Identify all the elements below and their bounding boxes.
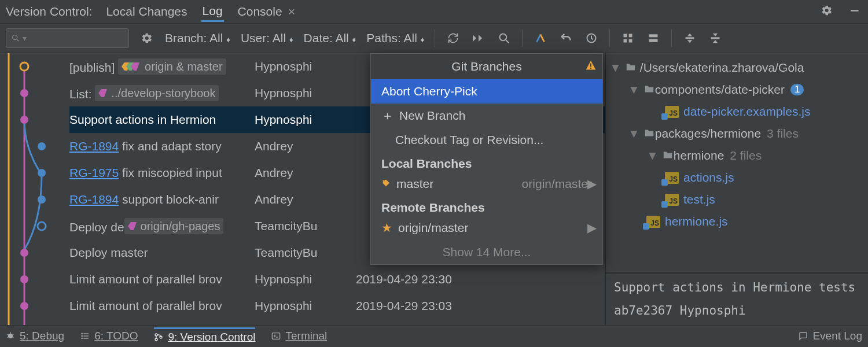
- commit-message: Support actions in Hermion: [69, 113, 255, 127]
- tree-node[interactable]: ▼ components/date-picker1: [606, 79, 868, 101]
- tree-label: actions.js: [683, 171, 734, 184]
- popup-section-remote: Remote Branches: [371, 196, 602, 216]
- commit-author: Hypnosphi: [255, 299, 356, 313]
- tab-local-changes[interactable]: Local Changes: [105, 2, 188, 21]
- commit-date: 2019-04-29 23:03: [356, 299, 452, 313]
- popup-item-abort-cherry-pick[interactable]: Abort Cherry-Pick: [371, 79, 602, 104]
- svg-rect-8: [624, 34, 627, 38]
- tree-node[interactable]: JStest.js: [606, 189, 868, 211]
- svg-point-35: [8, 334, 13, 338]
- tree-node[interactable]: ▼ hermione2 files: [606, 145, 868, 167]
- commit-message: Limit amount of parallel brov: [69, 272, 255, 286]
- svg-line-2: [17, 39, 19, 41]
- layout-icon[interactable]: [646, 32, 661, 44]
- statusbar-tab-terminal[interactable]: Terminal: [271, 330, 327, 342]
- svg-point-46: [82, 338, 82, 338]
- statusbar-tab-vcs[interactable]: 9: Version Control: [154, 327, 255, 344]
- log-toolbar: ▾ Branch: All ♦ User: All ♦ Date: All ♦ …: [0, 24, 868, 53]
- statusbar-tab-todo[interactable]: 6: TODO: [80, 330, 138, 342]
- popup-remote-origin-master[interactable]: ★ origin/master ▶: [371, 216, 602, 240]
- grid-icon[interactable]: [620, 32, 635, 44]
- js-file-icon: JS: [665, 106, 679, 118]
- svg-rect-0: [851, 10, 858, 12]
- chevron-down-icon: ▼: [609, 61, 621, 75]
- changes-panel: ▼ /Users/ekaterina.zharova/Gola ▼ compon…: [605, 53, 868, 325]
- tree-node[interactable]: ▼ packages/hermione3 files: [606, 123, 868, 145]
- folder-icon: [625, 61, 637, 75]
- svg-point-29: [20, 249, 28, 257]
- js-file-icon: JS: [665, 172, 679, 184]
- branch-tag[interactable]: ../develop-storybook: [95, 85, 219, 101]
- popup-local-master[interactable]: master origin/master ▶: [371, 172, 602, 196]
- commit-row[interactable]: Limit amount of parallel brovHypnosphi20…: [69, 266, 605, 293]
- expand-icon[interactable]: [682, 32, 697, 44]
- branch-tag[interactable]: origin & master: [118, 58, 226, 75]
- search-icon[interactable]: [496, 32, 512, 44]
- js-file-icon: JS: [665, 194, 679, 206]
- commit-log-panel: [publish] origin & master HypnosphiList:…: [0, 53, 605, 325]
- tree-label: packages/hermione: [655, 127, 761, 141]
- svg-rect-33: [590, 63, 591, 67]
- undo-icon[interactable]: [558, 32, 573, 45]
- search-input[interactable]: ▾: [6, 28, 129, 48]
- gear-icon[interactable]: [139, 32, 155, 44]
- filter-branch[interactable]: Branch: All ♦: [165, 31, 230, 45]
- chevron-right-icon: ▶: [587, 221, 597, 235]
- svg-rect-10: [624, 39, 627, 43]
- folder-icon: [643, 83, 655, 97]
- svg-point-44: [82, 333, 82, 334]
- statusbar-event-log[interactable]: Event Log: [799, 330, 862, 342]
- commit-row[interactable]: Limit amount of parallel brovHypnosphi20…: [69, 293, 605, 319]
- issue-link[interactable]: RG-1894: [69, 193, 119, 206]
- commit-message: RG-1894 fix and adapt story: [69, 139, 255, 153]
- issue-link[interactable]: RG-1894: [69, 139, 119, 153]
- tree-root[interactable]: ▼ /Users/ekaterina.zharova/Gola: [606, 57, 868, 79]
- svg-marker-16: [687, 40, 692, 43]
- svg-rect-14: [686, 37, 694, 39]
- change-count-badge: 1: [790, 84, 804, 95]
- popup-section-local: Local Branches: [371, 152, 602, 172]
- svg-point-5: [500, 34, 507, 41]
- svg-rect-17: [711, 37, 720, 39]
- svg-marker-4: [479, 35, 482, 42]
- popup-show-more[interactable]: Show 14 More...: [371, 240, 602, 264]
- popup-item-new-branch[interactable]: ＋ New Branch: [371, 104, 602, 128]
- tree-node[interactable]: JShermione.js: [606, 211, 868, 232]
- statusbar-tab-debug[interactable]: 5: Debug: [6, 330, 64, 342]
- tab-console[interactable]: Console: [237, 2, 284, 21]
- commit-author: TeamcityBu: [255, 246, 356, 260]
- commit-author: Hypnosphi: [255, 272, 356, 286]
- main-area: [publish] origin & master HypnosphiList:…: [0, 53, 868, 325]
- issue-link[interactable]: RG-1975: [69, 166, 119, 179]
- intellisort-icon[interactable]: [533, 32, 548, 45]
- refresh-icon[interactable]: [446, 32, 461, 44]
- more-icon[interactable]: [471, 35, 486, 42]
- commit-detail: Support actions in Hermione tests ab7e23…: [606, 272, 868, 325]
- gear-icon[interactable]: [819, 5, 834, 19]
- commit-graph: [0, 53, 69, 325]
- branch-tag[interactable]: origin/gh-pages: [124, 218, 224, 234]
- chevron-down-icon: ▼: [628, 83, 640, 97]
- tab-log[interactable]: Log: [201, 2, 224, 22]
- tree-node[interactable]: JSactions.js: [606, 167, 868, 189]
- commit-message: RG-1975 fix miscopied input: [69, 166, 255, 180]
- tree-label: components/date-picker: [655, 83, 785, 97]
- commit-detail-meta: ab7e2367 Hypnosphi: [614, 302, 860, 319]
- folder-icon: [643, 127, 655, 141]
- commit-author: Hypnosphi: [255, 113, 356, 127]
- git-branches-popup: Git Branches Abort Cherry-Pick ＋ New Bra…: [370, 53, 603, 265]
- svg-point-28: [38, 222, 46, 230]
- filter-date[interactable]: Date: All ♦: [304, 31, 356, 45]
- star-icon: ★: [381, 221, 392, 235]
- close-icon[interactable]: ×: [288, 5, 295, 19]
- tree-node[interactable]: JSdate-picker.examples.js: [606, 101, 868, 123]
- clock-icon[interactable]: [584, 32, 599, 44]
- filter-user[interactable]: User: All ♦: [241, 31, 293, 45]
- minimize-icon[interactable]: [847, 5, 862, 19]
- collapse-icon[interactable]: [708, 32, 723, 44]
- popup-item-checkout-tag[interactable]: Checkout Tag or Revision...: [371, 128, 602, 152]
- tree-meta: 2 files: [730, 149, 762, 163]
- svg-rect-34: [590, 68, 591, 69]
- filter-paths[interactable]: Paths: All ♦: [366, 31, 424, 45]
- changed-files-tree[interactable]: ▼ /Users/ekaterina.zharova/Gola ▼ compon…: [606, 53, 868, 272]
